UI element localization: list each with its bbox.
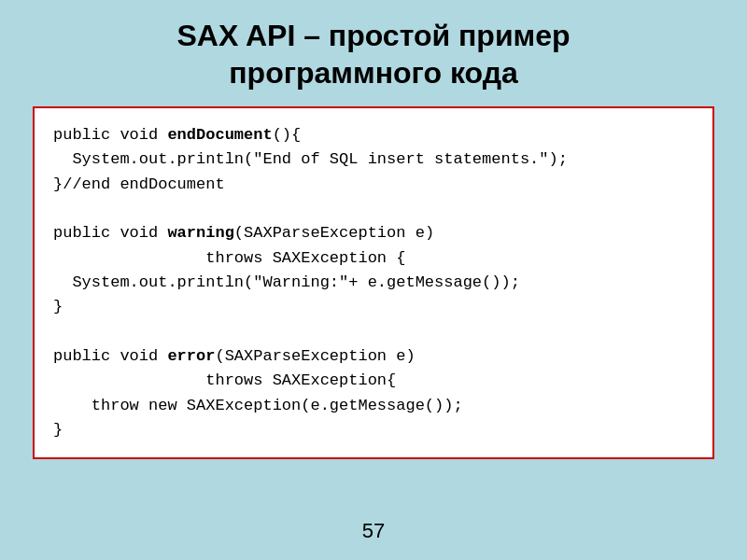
code-line-7: System.out.println("Warning:"+ e.getMess… [53, 271, 694, 295]
code-line-4 [53, 197, 694, 221]
code-line-6: throws SAXException { [53, 246, 694, 271]
page-number: 57 [362, 519, 385, 543]
code-line-9 [53, 320, 694, 344]
title-line-1: SAX API – простой пример [176, 17, 570, 54]
title-line-2: программного кода [176, 54, 570, 91]
method-error: error [167, 347, 215, 365]
code-line-8: } [53, 295, 694, 319]
code-line-5: public void warning(SAXParseException e) [53, 221, 694, 245]
code-line-1: public void endDocument(){ [53, 123, 694, 147]
code-box: public void endDocument(){ System.out.pr… [33, 106, 714, 459]
method-endDocument: endDocument [167, 126, 272, 144]
code-line-2: System.out.println("End of SQL insert st… [53, 147, 694, 172]
code-line-10: public void error(SAXParseException e) [53, 344, 694, 369]
method-warning: warning [167, 224, 233, 242]
code-line-12: throw new SAXException(e.getMessage()); [53, 394, 694, 418]
title-area: SAX API – простой пример программного ко… [176, 17, 570, 91]
code-line-11: throws SAXException{ [53, 369, 694, 393]
code-line-3: }//end endDocument [53, 173, 694, 197]
code-line-13: } [53, 418, 694, 442]
